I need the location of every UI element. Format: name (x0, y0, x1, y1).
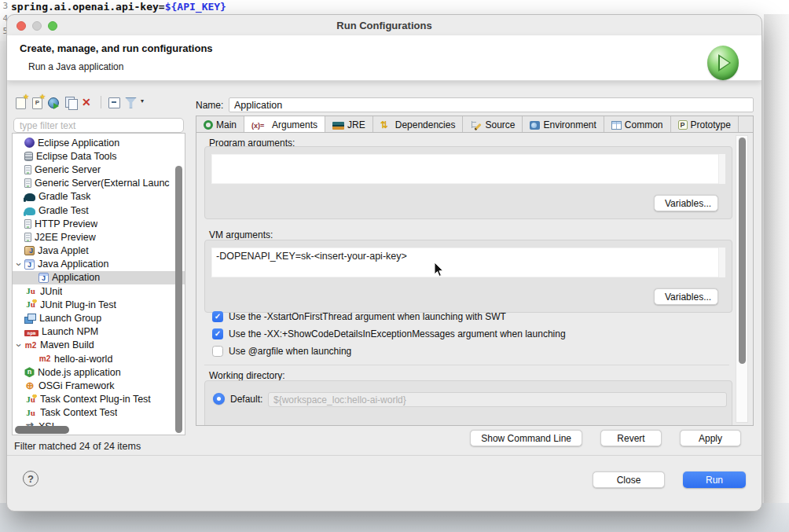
tab-source[interactable]: Source (463, 116, 523, 133)
tab-common[interactable]: Common (604, 116, 671, 133)
dialog-title: Run Configurations (7, 15, 761, 36)
chevron-expanded-icon[interactable]: › (14, 340, 24, 350)
tree-horizontal-scrollbar[interactable] (15, 426, 69, 434)
checkbox-checked-icon[interactable]: ✓ (212, 311, 223, 322)
collapse-all-icon[interactable] (107, 96, 122, 109)
osgi-icon (24, 380, 35, 391)
editor-code-line: spring.ai.openai.api-key=${API_KEY} (11, 1, 226, 13)
tree-item-label: Java Applet (38, 245, 89, 256)
tree-item-generic-server[interactable]: Generic Server (13, 163, 185, 176)
checkbox-checked-icon[interactable]: ✓ (212, 328, 223, 339)
program-arguments-textarea[interactable] (211, 154, 725, 184)
vm-arguments-group: -DOPENAPI_KEY=sk-<insert-your-api-key> V… (204, 240, 732, 313)
tree-item-label: Task Context Plug-in Test (40, 394, 151, 405)
tab-jre[interactable]: JRE (325, 116, 373, 133)
tree-item-eclipse-data-tools[interactable]: Eclipse Data Tools (13, 149, 185, 163)
name-label: Name: (196, 100, 223, 111)
checkbox-unchecked-icon[interactable] (212, 346, 223, 357)
gradle-dark-icon (24, 193, 35, 201)
delete-config-icon[interactable] (80, 96, 95, 109)
tab-arguments[interactable]: Arguments (244, 116, 325, 133)
environment-tab-icon (530, 121, 540, 130)
server-icon (24, 233, 31, 242)
mouse-cursor (434, 262, 446, 278)
name-input[interactable] (229, 97, 754, 112)
tree-item-task-context-test[interactable]: Task Context Test (13, 406, 185, 420)
tree-item-eclipse-application[interactable]: Eclipse Application (13, 136, 185, 149)
tree-item-gradle-test[interactable]: Gradle Test (13, 204, 185, 217)
tree-item-label: Application (52, 272, 100, 283)
arguments-panel-scrollbar-track (736, 135, 748, 423)
tree-item-label: JUnit (40, 286, 62, 297)
tree-item-gradle-task[interactable]: Gradle Task (13, 190, 185, 204)
tree-item-generic-server-external-launc[interactable]: Generic Server(External Launc (13, 177, 185, 190)
default-radio-label: Default: (230, 394, 262, 405)
minimize-window-button[interactable] (32, 21, 42, 31)
tree-item-launch-group[interactable]: Launch Group (13, 311, 185, 325)
checkbox-use-the-xx-showcodedetailsinexceptionmessa[interactable]: ✓Use the -XX:+ShowCodeDetailsInException… (212, 325, 566, 343)
m2-icon (39, 354, 51, 364)
tab-label: Prototype (691, 119, 731, 130)
tab-label: Common (625, 119, 663, 130)
tree-item-label: J2EE Preview (35, 232, 96, 243)
tree-item-label: Launch NPM (42, 326, 98, 337)
tree-item-junit-plug-in-test[interactable]: JUnit Plug-in Test (13, 298, 185, 311)
export-config-icon[interactable] (47, 96, 62, 109)
default-radio-selected[interactable] (213, 393, 225, 405)
show-command-line-button[interactable]: Show Command Line (470, 430, 582, 446)
java-app-icon (39, 273, 49, 283)
revert-button[interactable]: Revert (600, 430, 662, 446)
new-prototype-icon[interactable] (31, 96, 46, 109)
tree-item-hello-ai-world[interactable]: hello-ai-world (13, 352, 185, 365)
tree-item-maven-build[interactable]: ›Maven Build (13, 339, 185, 352)
tree-item-junit[interactable]: JUnit (13, 284, 185, 298)
vm-checkbox-list: ✓Use the -XstartOnFirstThread argument w… (212, 308, 566, 360)
new-config-icon[interactable] (14, 96, 29, 109)
filter-input[interactable] (13, 118, 184, 133)
tree-item-label: Generic Server(External Launc (35, 178, 170, 189)
tab-environment[interactable]: Environment (523, 116, 604, 133)
arguments-panel-scrollbar[interactable] (739, 138, 746, 364)
npm-icon (24, 330, 39, 336)
vm-arguments-variables-button[interactable]: Variables... (654, 288, 718, 305)
dialog-titlebar[interactable]: Run Configurations (7, 15, 761, 35)
code-variable: ${API_KEY} (165, 1, 226, 13)
tree-item-java-application[interactable]: ›Java Application (13, 258, 185, 271)
dependencies-tab-icon (380, 119, 392, 130)
duplicate-config-icon[interactable] (64, 96, 79, 109)
tree-item-application[interactable]: Application (13, 271, 185, 284)
tree-vertical-scrollbar[interactable] (175, 166, 182, 433)
run-button[interactable]: Run (683, 471, 746, 488)
tree-item-osgi-framework[interactable]: OSGi Framework (13, 379, 185, 392)
tree-item-label: OSGi Framework (39, 380, 115, 391)
tree-item-label: Gradle Test (39, 205, 89, 216)
eclipse-app-icon (24, 138, 35, 148)
apply-button[interactable]: Apply (680, 430, 741, 446)
gradle-teal-icon (24, 207, 35, 215)
help-button[interactable]: ? (23, 471, 39, 486)
zoom-window-button[interactable] (48, 21, 57, 31)
textarea-scroll-strip (718, 154, 725, 184)
vm-arguments-textarea[interactable]: -DOPENAPI_KEY=sk-<insert-your-api-key> (211, 248, 725, 277)
close-button[interactable]: Close (593, 471, 665, 488)
tree-item-task-context-plug-in-test[interactable]: Task Context Plug-in Test (13, 393, 185, 406)
tree-item-java-applet[interactable]: Java Applet (13, 244, 185, 258)
checkbox-use-the-xstartonfirstthread-argument-when-[interactable]: ✓Use the -XstartOnFirstThread argument w… (212, 308, 566, 325)
screen: 3 4 5 spring.ai.openai.api-key=${API_KEY… (0, 0, 789, 532)
action-button-row: Show Command LineRevertApply (196, 430, 754, 446)
tree-item-node-js-application[interactable]: Node.js application (13, 365, 185, 379)
program-arguments-variables-button[interactable]: Variables... (654, 195, 718, 211)
tree-item-label: HTTP Preview (35, 218, 97, 229)
chevron-expanded-icon[interactable]: › (14, 259, 24, 270)
tree-item-http-preview[interactable]: HTTP Preview (13, 217, 185, 230)
checkbox-use-argfile-when-launching[interactable]: Use @argfile when launching (212, 343, 566, 360)
junit-icon (24, 286, 37, 296)
filter-options-icon[interactable] (123, 96, 144, 109)
tab-dependencies[interactable]: Dependencies (373, 116, 464, 133)
arguments-tab-content: Program arguments: Variables... VM argum… (196, 132, 754, 426)
tab-main[interactable]: Main (196, 116, 244, 133)
tab-prototype[interactable]: Prototype (671, 116, 739, 133)
close-window-button[interactable] (17, 21, 26, 31)
tree-item-j2ee-preview[interactable]: J2EE Preview (13, 230, 185, 244)
tree-item-launch-npm[interactable]: Launch NPM (13, 325, 185, 339)
